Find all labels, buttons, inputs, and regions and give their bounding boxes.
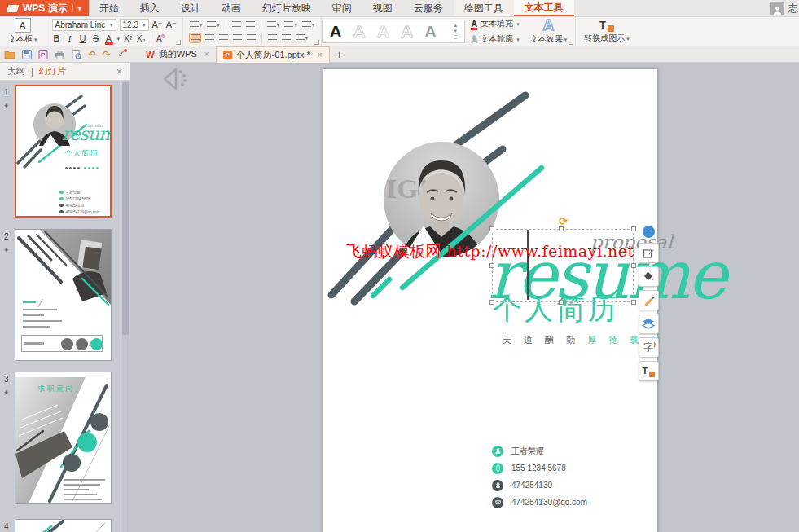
wordart-style-4[interactable]: A [401, 23, 413, 40]
justify-button[interactable] [232, 33, 243, 42]
export-pdf-icon[interactable]: P [38, 50, 48, 59]
menu-tab-view[interactable]: 视图 [362, 0, 403, 16]
save-icon[interactable] [22, 50, 32, 59]
paragraph-dialog-launcher-icon[interactable] [314, 40, 319, 45]
close-panel-icon[interactable]: × [116, 66, 122, 77]
decrease-indent-button[interactable] [231, 20, 242, 29]
user-avatar[interactable] [770, 2, 784, 15]
distribute-button[interactable] [246, 33, 257, 42]
increase-indent-button[interactable] [245, 20, 256, 29]
bold-button[interactable]: B [52, 33, 62, 44]
resize-handle[interactable] [489, 263, 494, 268]
bullet-list-button[interactable]: ▾ [189, 20, 204, 29]
wordart-style-2[interactable]: A [353, 23, 366, 40]
convert-to-diagram-button[interactable]: T 转换成图示 ▾ [582, 19, 632, 44]
font-dialog-launcher-icon[interactable] [176, 40, 181, 45]
menu-tab-home[interactable]: 开始 [89, 0, 130, 16]
align-right-button[interactable] [218, 33, 229, 42]
open-file-icon[interactable] [4, 50, 15, 59]
grow-font-button[interactable]: A⁺ [152, 20, 163, 30]
menu-tab-design[interactable]: 设计 [170, 0, 211, 16]
print-icon[interactable] [55, 50, 65, 59]
user-name-label[interactable]: 志 [788, 2, 798, 15]
shrink-font-button[interactable]: A⁻ [166, 20, 177, 30]
slide-thumbnail-1[interactable]: proposal resume 个人简历 王者荣耀 155 1234 5678 … [15, 85, 112, 218]
slide-thumbnail-4[interactable] [15, 519, 112, 532]
chevron-down-icon[interactable]: ▾ [117, 36, 121, 42]
chevron-down-icon[interactable]: ▾ [72, 5, 81, 12]
new-tab-button[interactable]: + [330, 46, 349, 63]
resize-handle[interactable] [489, 226, 494, 231]
wordart-style-1[interactable]: A [329, 23, 341, 40]
superscript-button[interactable]: X² [123, 33, 133, 44]
line-spacing-button[interactable]: ▾ [266, 20, 281, 29]
fill-color-button[interactable] [639, 266, 659, 287]
rotate-handle-icon[interactable]: ⟳ [559, 216, 568, 226]
numbered-list-button[interactable]: ▾ [206, 20, 221, 29]
menu-tab-drawing-tools[interactable]: 绘图工具 [454, 0, 514, 16]
resize-handle[interactable] [631, 263, 636, 268]
menu-tab-review[interactable]: 审阅 [322, 0, 362, 16]
contact-row[interactable]: 474254130 [492, 477, 587, 494]
font-settings-button[interactable]: 字 [639, 337, 659, 358]
slide-canvas[interactable]: IGI [323, 69, 657, 532]
wordart-style-3[interactable]: A [377, 23, 389, 40]
font-size-select[interactable]: 12.3 ▾ [120, 19, 149, 31]
tab-current-document[interactable]: P 个人简历-01.pptx * × [216, 46, 330, 63]
editing-canvas[interactable]: IGI [130, 63, 799, 532]
text-outline-button[interactable]: A 文本轮廓 ▾ [471, 33, 519, 46]
outline-color-button[interactable] [639, 290, 659, 310]
scrollbar-thumb[interactable] [122, 82, 129, 335]
para-spacing-decrease-button[interactable] [281, 33, 292, 42]
resize-handle[interactable] [559, 300, 564, 305]
audio-speaker-icon[interactable] [161, 67, 191, 91]
tab-slides[interactable]: 幻灯片 [39, 65, 66, 77]
align-center-button[interactable] [204, 33, 215, 42]
resize-handle[interactable] [631, 300, 636, 305]
italic-button[interactable]: I [65, 33, 75, 44]
wps-menu-button[interactable]: WPS 演示 ▾ [0, 0, 89, 16]
para-spacing-increase-button[interactable] [267, 33, 278, 42]
menu-tab-cloud[interactable]: 云服务 [403, 0, 454, 16]
collapse-toolbar-button[interactable]: − [643, 226, 655, 238]
redo-button[interactable]: ↷ [103, 50, 111, 59]
convert-text-button[interactable]: T [639, 361, 659, 381]
clear-format-icon[interactable]: A [156, 33, 166, 43]
effects-dialog-launcher-icon[interactable] [569, 40, 573, 45]
edit-shape-button[interactable] [639, 243, 659, 263]
tab-my-wps[interactable]: W 我的WPS × [139, 46, 215, 63]
insert-textbox-button[interactable]: A 文本框 ▾ [6, 18, 40, 45]
text-fill-button[interactable]: A 文本填充 ▾ [471, 18, 519, 30]
slide-thumbnail-3[interactable]: 求职意向 [15, 372, 112, 504]
font-name-select[interactable]: Abraham Linc ▾ [52, 19, 116, 31]
layer-order-button[interactable] [639, 314, 659, 334]
gallery-scroll-buttons[interactable]: ▲▼☰ [450, 23, 458, 40]
sidebar-scrollbar[interactable] [121, 81, 130, 532]
menu-tab-animation[interactable]: 动画 [211, 0, 252, 16]
slide-thumbnail-2[interactable] [15, 229, 112, 361]
close-tab-icon[interactable]: × [204, 50, 209, 59]
contact-row[interactable]: 155 1234 5678 [492, 459, 587, 477]
contact-row[interactable]: 474254130@qq.com [492, 494, 587, 511]
character-spacing-button[interactable]: ▾ [301, 20, 316, 29]
paragraph-settings-button[interactable]: ▾ [295, 33, 310, 42]
resize-handle[interactable] [631, 226, 636, 231]
print-preview-icon[interactable] [72, 50, 81, 59]
wordart-style-5[interactable]: A [424, 23, 437, 40]
textbox-selection[interactable]: ⟳ [492, 229, 634, 302]
align-left-button[interactable] [189, 33, 201, 43]
resize-handle[interactable] [489, 300, 494, 305]
proofing-check-icon[interactable]: ✓ [117, 49, 125, 59]
columns-button[interactable]: ▾ [283, 20, 298, 29]
subscript-button[interactable]: X₂ [136, 33, 146, 44]
underline-button[interactable]: U [78, 33, 88, 44]
undo-button[interactable]: ↶ [88, 50, 96, 59]
strikethrough-button[interactable]: S [91, 33, 101, 44]
close-tab-icon[interactable]: × [318, 51, 323, 59]
menu-tab-slideshow[interactable]: 幻灯片放映 [252, 0, 322, 16]
menu-tab-text-tools[interactable]: 文本工具 [514, 0, 574, 16]
tab-outline[interactable]: 大纲 [7, 65, 25, 77]
contact-row[interactable]: 王者荣耀 [492, 442, 587, 459]
text-effects-button[interactable]: A 文本效果 ▾ [528, 18, 570, 45]
menu-tab-insert[interactable]: 插入 [130, 0, 170, 16]
